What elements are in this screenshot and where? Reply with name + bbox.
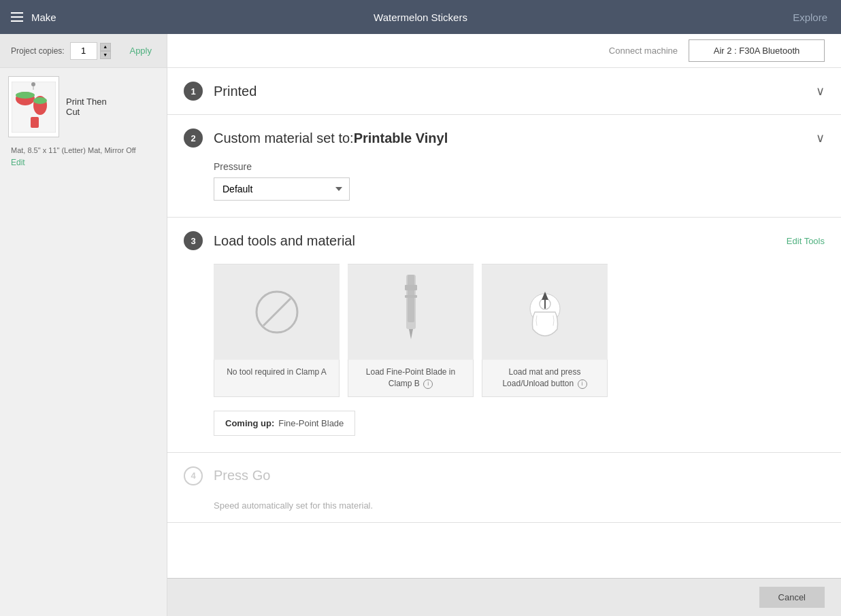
connect-label: Connect machine <box>609 46 678 56</box>
step-4-title: Press Go <box>214 468 825 483</box>
step-4-content: Speed automatically set for this materia… <box>167 499 841 522</box>
step-3: 3 Load tools and material Edit Tools <box>167 218 841 453</box>
no-tool-svg <box>253 288 301 336</box>
project-title: Watermelon Stickers <box>374 12 467 23</box>
cancel-button[interactable]: Cancel <box>759 587 825 608</box>
tool-label-1: No tool required in Clamp A <box>221 360 332 385</box>
tool-card-1: No tool required in Clamp A <box>214 264 340 397</box>
blade-info-icon[interactable]: i <box>423 379 433 389</box>
step-2-header[interactable]: 2 Custom material set to:Printable Vinyl… <box>167 115 841 161</box>
project-label-line2: Cut <box>66 107 107 117</box>
step-2-title: Custom material set to:Printable Vinyl <box>214 131 816 146</box>
project-meta-text: Mat, 8.5" x 11" (Letter) Mat, Mirror Off <box>11 146 156 156</box>
svg-rect-5 <box>31 117 39 128</box>
connect-bar: Connect machine Air 2 : F30A Bluetooth <box>167 34 841 68</box>
svg-rect-13 <box>405 285 417 290</box>
step-4-number: 4 <box>184 466 203 485</box>
edit-link[interactable]: Edit <box>11 158 25 167</box>
step-4-subtitle: Speed automatically set for this materia… <box>214 500 373 511</box>
app-header: Make Watermelon Stickers Explore <box>0 0 841 34</box>
main-layout: Project copies: ▲ ▼ Apply <box>0 34 841 616</box>
mat-svg <box>504 271 586 353</box>
step-1-number: 1 <box>184 82 203 101</box>
pressure-label: Pressure <box>214 161 825 172</box>
step-2-content: Pressure Default More Less <box>167 161 841 217</box>
apply-button[interactable]: Apply <box>125 44 156 57</box>
step-2-chevron: ∨ <box>816 131 825 146</box>
mat-info-icon[interactable]: i <box>578 379 587 389</box>
step-3-title: Load tools and material <box>214 233 776 249</box>
no-tool-icon <box>253 288 301 336</box>
coming-up-value: Fine-Point Blade <box>278 418 344 428</box>
tool-card-3: Load mat and press Load/Unload button i <box>482 264 608 397</box>
step-1-title: Printed <box>214 84 816 99</box>
make-label: Make <box>31 12 56 23</box>
project-card-labels: Print Then Cut <box>66 97 107 117</box>
copies-spinner: ▲ ▼ <box>100 43 111 59</box>
step-2-title-bold: Printable Vinyl <box>354 131 448 146</box>
tool-label-2: Load Fine-Point Blade in Clamp B i <box>348 360 473 396</box>
svg-marker-12 <box>409 329 413 339</box>
step-3-header: 3 Load tools and material Edit Tools <box>167 218 841 264</box>
project-copies-label: Project copies: <box>11 46 65 56</box>
svg-point-2 <box>16 92 35 99</box>
bottom-bar: Cancel <box>167 578 841 616</box>
project-label-line1: Print Then <box>66 97 107 107</box>
tools-grid: No tool required in Clamp A <box>214 264 825 397</box>
step-4-header: 4 Press Go <box>167 453 841 499</box>
project-copies-bar: Project copies: ▲ ▼ Apply <box>0 34 167 68</box>
tool-image-3 <box>482 264 608 360</box>
coming-up-bar: Coming up: Fine-Point Blade <box>214 411 355 436</box>
main-content: Connect machine Air 2 : F30A Bluetooth 1… <box>167 34 841 616</box>
copies-down-button[interactable]: ▼ <box>100 51 111 59</box>
project-meta: Mat, 8.5" x 11" (Letter) Mat, Mirror Off… <box>8 146 159 168</box>
tool-image-2 <box>348 264 474 360</box>
svg-rect-14 <box>405 295 417 298</box>
step-1-header[interactable]: 1 Printed ∨ <box>167 68 841 114</box>
step-2: 2 Custom material set to:Printable Vinyl… <box>167 115 841 218</box>
tool-label-3: Load mat and press Load/Unload button i <box>482 360 607 396</box>
step-2-title-prefix: Custom material set to: <box>214 131 354 146</box>
copies-input[interactable] <box>70 42 97 60</box>
machine-button[interactable]: Air 2 : F30A Bluetooth <box>689 39 825 62</box>
step-2-number: 2 <box>184 129 203 148</box>
pressure-select[interactable]: Default More Less <box>214 177 350 201</box>
edit-tools-link[interactable]: Edit Tools <box>787 236 825 246</box>
svg-rect-11 <box>408 275 414 322</box>
blade-svg <box>394 271 428 353</box>
menu-button[interactable] <box>11 12 23 22</box>
steps-container: 1 Printed ∨ 2 Custom material set to:Pri… <box>167 68 841 523</box>
sidebar: Project copies: ▲ ▼ Apply <box>0 34 167 616</box>
sidebar-content: Print Then Cut Mat, 8.5" x 11" (Letter) … <box>0 68 167 616</box>
tool-card-2: Load Fine-Point Blade in Clamp B i <box>348 264 474 397</box>
step-3-number: 3 <box>184 231 203 250</box>
coming-up-prefix: Coming up: <box>225 418 274 428</box>
project-thumbnail <box>8 76 59 137</box>
svg-line-9 <box>263 298 291 326</box>
step-3-content: No tool required in Clamp A <box>167 264 841 452</box>
step-4: 4 Press Go Speed automatically set for t… <box>167 453 841 523</box>
sticker-preview-svg <box>12 82 56 133</box>
copies-up-button[interactable]: ▲ <box>100 43 111 51</box>
explore-button[interactable]: Explore <box>793 12 827 23</box>
copies-input-wrap: ▲ ▼ <box>70 42 111 60</box>
step-1: 1 Printed ∨ <box>167 68 841 115</box>
svg-point-4 <box>33 97 47 104</box>
tool-image-1 <box>214 264 340 360</box>
project-card: Print Then Cut <box>8 76 159 137</box>
svg-point-6 <box>31 82 35 86</box>
step-1-chevron: ∨ <box>816 84 825 99</box>
